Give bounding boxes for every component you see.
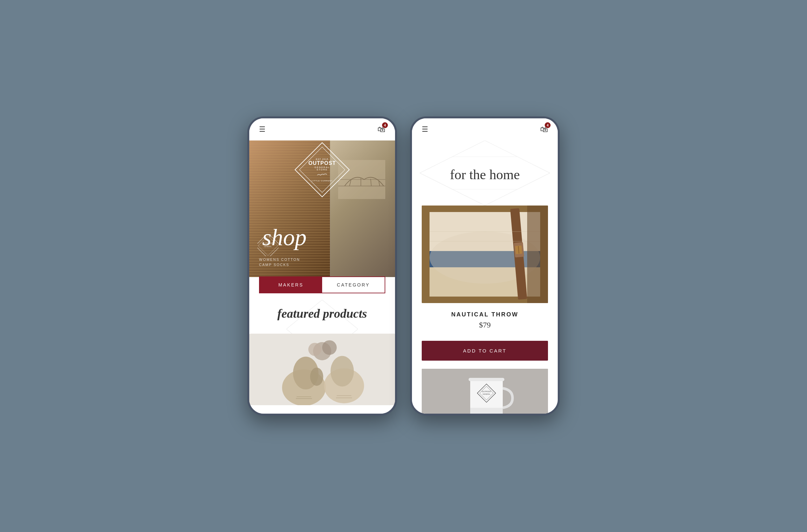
phone2-cart-wrapper[interactable]: 🛍 4 [540,125,548,134]
svg-text:GENERAL: GENERAL [264,246,272,247]
svg-line-44 [517,173,550,189]
product-info: NAUTICAL THROW $79 [412,303,558,341]
phone1-tabs: MAKERS CATEGORY [259,277,385,293]
phone2-cart-badge: 4 [545,122,551,128]
secondary-logo: OUTPOST GENERAL [257,235,278,258]
phone-2: ☰ 🛍 4 [410,116,560,416]
phone-1-screen: ☰ 🛍 4 [249,118,395,414]
throw-svg [422,206,548,303]
svg-text:OUTPOST: OUTPOST [482,391,491,393]
logo-diamond: EST 2015 OUTPOST GENERAL STORE LITTLE CU… [294,142,350,197]
logo-container: EST 2015 OUTPOST GENERAL STORE LITTLE CU… [302,150,342,192]
mittens-svg [249,334,395,405]
logo-general: GENERAL STORE [309,166,336,170]
phones-container: ☰ 🛍 4 [247,116,560,416]
cart-icon-wrapper[interactable]: 🛍 4 [378,125,385,134]
svg-line-41 [420,157,452,173]
mug-svg: OUTPOST GENERAL [422,369,548,414]
cart-badge: 4 [382,122,388,128]
phone-2-screen: ☰ 🛍 4 [412,118,558,414]
product-preview-image [249,334,395,405]
logo-text: EST 2015 OUTPOST GENERAL STORE LITTLE CU… [309,158,336,182]
add-to-cart-button[interactable]: ADD TO CART [422,341,548,361]
logo-location: LITTLE CURRENT [309,179,336,182]
product-price: $79 [422,321,548,329]
category-title: for the home [450,167,520,183]
phone1-hero: EST 2015 OUTPOST GENERAL STORE LITTLE CU… [249,140,395,277]
nautical-throw-image [422,206,548,303]
tab-category[interactable]: CATEGORY [322,277,385,293]
logo-bird-icon [316,172,329,178]
phone1-header: ☰ 🛍 4 [249,118,395,140]
svg-rect-57 [527,206,548,303]
svg-line-42 [517,157,550,173]
phone1-featured-section: featured products [249,293,395,327]
mug-visual: OUTPOST GENERAL [422,369,548,414]
svg-text:GENERAL: GENERAL [482,393,490,395]
logo-est: EST 2015 [309,158,336,160]
phone-1: ☰ 🛍 4 [247,116,397,416]
mittens-visual [249,334,395,405]
logo-outpost: OUTPOST [309,160,336,166]
featured-products-title: featured products [259,306,385,321]
phone2-hamburger-icon[interactable]: ☰ [422,125,428,134]
phone2-category-section: for the home [412,140,558,206]
svg-point-25 [310,367,323,386]
svg-point-27 [331,356,354,387]
tab-makers[interactable]: MAKERS [260,277,322,293]
svg-text:OUTPOST: OUTPOST [262,242,274,245]
svg-line-43 [420,173,452,189]
second-product-image: OUTPOST GENERAL [422,369,548,414]
svg-point-29 [322,340,337,355]
hamburger-icon[interactable]: ☰ [259,125,265,134]
phone2-header: ☰ 🛍 4 [412,118,558,140]
svg-rect-66 [469,378,505,381]
svg-point-30 [308,343,321,356]
product-name: NAUTICAL THROW [422,311,548,318]
secondary-diamond-icon: OUTPOST GENERAL [257,235,278,256]
womens-socks-label: WOMENS COTTON CAMP SOCKS [259,257,300,267]
svg-rect-61 [470,408,503,414]
